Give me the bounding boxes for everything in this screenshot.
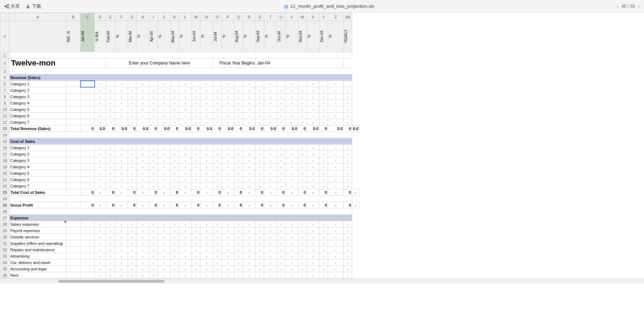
row-label: Category 6 bbox=[10, 113, 66, 119]
row-label: Category 5 bbox=[10, 106, 66, 113]
spreadsheet-grid: A B C D E F G H I J K L M N O P Q R S T bbox=[0, 13, 644, 279]
row-3: 3 bbox=[0, 68, 359, 74]
header-oct04: Oct-04 bbox=[277, 21, 285, 52]
company-name: Enter your Company Name here bbox=[106, 58, 213, 68]
total-label: Total Revenue (Sales) bbox=[10, 125, 66, 132]
row-9: 9Category 4------------------------ bbox=[0, 100, 359, 106]
header-pct4: % bbox=[179, 21, 192, 52]
row-12: 12Category 7------------------------ bbox=[0, 119, 359, 125]
row-label: Category 3 bbox=[10, 94, 66, 100]
download-label: 下载 bbox=[32, 3, 41, 10]
rotated-header-row: 4 IND. % Jan-04 % B/A Feb-04 % Mar-04 % … bbox=[0, 21, 359, 52]
row-label: Category 4 bbox=[10, 164, 66, 170]
header-pct1: % bbox=[115, 21, 128, 52]
header-dec04: Dec-04 bbox=[320, 21, 328, 52]
header-pct2: % bbox=[137, 21, 149, 52]
row-8: 8Category 3------------------------ bbox=[0, 94, 359, 100]
row-label: Category 6 bbox=[10, 176, 66, 183]
row-label: Accounting and legal bbox=[10, 266, 66, 272]
header-pct-ba: % B/A bbox=[95, 21, 106, 52]
download-btn[interactable]: 下载 bbox=[26, 3, 41, 10]
share-label[interactable]: 共享 bbox=[11, 3, 20, 10]
header-pct3: % bbox=[158, 21, 171, 52]
col-letters-row: A B C D E F G H I J K L M N O P Q R S T bbox=[0, 13, 359, 21]
total-label: Gross Profit bbox=[10, 202, 66, 208]
next-page-btn[interactable]: › bbox=[638, 4, 640, 9]
row-17: 17Category 2------------------------ bbox=[0, 151, 359, 157]
svg-point-0 bbox=[8, 4, 9, 5]
header-pct9: % bbox=[285, 21, 298, 52]
row-label: Salary expenses bbox=[10, 221, 66, 227]
row-2-title: 2 Twelve-mon Enter your Company Name her… bbox=[0, 58, 359, 68]
header-ind-pct: IND. % bbox=[66, 21, 80, 52]
fiscal-label: Fiscal Year Begins bbox=[213, 58, 256, 68]
top-bar-left: 共享 下载 bbox=[4, 3, 41, 10]
col-C: C bbox=[80, 13, 95, 21]
row-label: Payroll expenses bbox=[10, 227, 66, 234]
header-jul04: Jul-04 bbox=[213, 21, 222, 52]
top-bar: 共享 下载 ⊞ 12_month_profit_and_loss_project… bbox=[0, 0, 644, 13]
prev-page-btn[interactable]: ‹ bbox=[617, 4, 618, 9]
row-33: 33Advertising------------------------ bbox=[0, 253, 359, 259]
page-indicator: 45 / 55 bbox=[621, 4, 635, 9]
row-27-section: 27Expenses bbox=[0, 215, 359, 221]
row-5-revenue-header: 5 Revenue (Sales) bbox=[0, 74, 359, 81]
svg-line-4 bbox=[6, 5, 7, 6]
header-apr04: Apr-04 bbox=[149, 21, 158, 52]
col-E: E bbox=[106, 13, 115, 21]
svg-point-1 bbox=[5, 6, 6, 7]
row-label: Category 5 bbox=[10, 170, 66, 176]
row-31: 31Supplies (office and operating)-------… bbox=[0, 240, 359, 247]
row-4-num: 4 bbox=[0, 21, 10, 52]
scrollbar-h[interactable] bbox=[0, 279, 644, 283]
row-36: 36Rent------------------------ bbox=[0, 272, 359, 279]
row-26-empty: 26 bbox=[0, 208, 359, 215]
row-35: 35Accounting and legal------------------… bbox=[0, 266, 359, 272]
header-pct11: % bbox=[328, 21, 344, 52]
col-D: D bbox=[95, 13, 106, 21]
row-25-total: 25Gross Profit0-0-0-0-0-0-0-0-0-0-0-0-0- bbox=[0, 202, 359, 208]
row-label: Category 2 bbox=[10, 87, 66, 94]
cat1-label: Category 1 bbox=[10, 81, 66, 87]
row-16: 16Category 1------------------------ bbox=[0, 145, 359, 151]
header-nov04: Nov-04 bbox=[298, 21, 307, 52]
share-icon: 共享 bbox=[4, 3, 20, 10]
row-34: 34Car, delivery and travel--------------… bbox=[0, 259, 359, 266]
row-7: 7Category 2------------------------ bbox=[0, 87, 359, 94]
row-label: Rent bbox=[10, 272, 66, 279]
row-label: Category 4 bbox=[10, 100, 66, 106]
header-aug04: Aug-04 bbox=[234, 21, 243, 52]
row-32: 32Repairs and maintenance---------------… bbox=[0, 247, 359, 253]
header-yearly: YEARLY bbox=[344, 21, 352, 52]
header-col-a bbox=[10, 21, 66, 52]
scrollbar-thumb[interactable] bbox=[58, 280, 165, 283]
row-label: Supplies (office and operating) bbox=[10, 240, 66, 247]
row-24-empty: 24 bbox=[0, 196, 359, 202]
header-pct5: % bbox=[200, 21, 213, 52]
row-13-total: 13Total Revenue (Sales)00.000.000.000.00… bbox=[0, 125, 359, 132]
row-28: 28Salary expenses-----------------------… bbox=[0, 221, 359, 227]
header-pct6: % bbox=[222, 21, 234, 52]
row-label: Category 7 bbox=[10, 119, 66, 125]
row-21: 21Category 6------------------------ bbox=[0, 176, 359, 183]
row-11: 11Category 6------------------------ bbox=[0, 113, 359, 119]
header-feb04: Feb-04 bbox=[106, 21, 115, 52]
row-23-total: 23Total Cost of Sales0-0-0-0-0-0-0-0-0-0… bbox=[0, 189, 359, 196]
row-label: Outside services bbox=[10, 234, 66, 240]
row-30: 30Outside services----------------------… bbox=[0, 234, 359, 240]
svg-point-2 bbox=[8, 7, 9, 8]
header-pct7: % bbox=[243, 21, 256, 52]
page-nav: ‹ 45 / 55 › bbox=[617, 4, 640, 9]
row-19: 19Category 4------------------------ bbox=[0, 164, 359, 170]
row-label: Category 1 bbox=[10, 145, 66, 151]
svg-line-3 bbox=[6, 6, 7, 7]
header-pct10: % bbox=[307, 21, 320, 52]
fiscal-value: Jan-04 bbox=[256, 58, 344, 68]
row-10: 10Category 5------------------------ bbox=[0, 106, 359, 113]
row-20: 20Category 5------------------------ bbox=[0, 170, 359, 176]
sheet-title: Twelve-mon bbox=[10, 58, 106, 68]
filename-area: ⊞ 12_month_profit_and_loss_projection.xl… bbox=[284, 4, 374, 9]
row-label: Category 3 bbox=[10, 157, 66, 164]
row-label: Category 2 bbox=[10, 151, 66, 157]
col-B: B bbox=[66, 13, 80, 21]
